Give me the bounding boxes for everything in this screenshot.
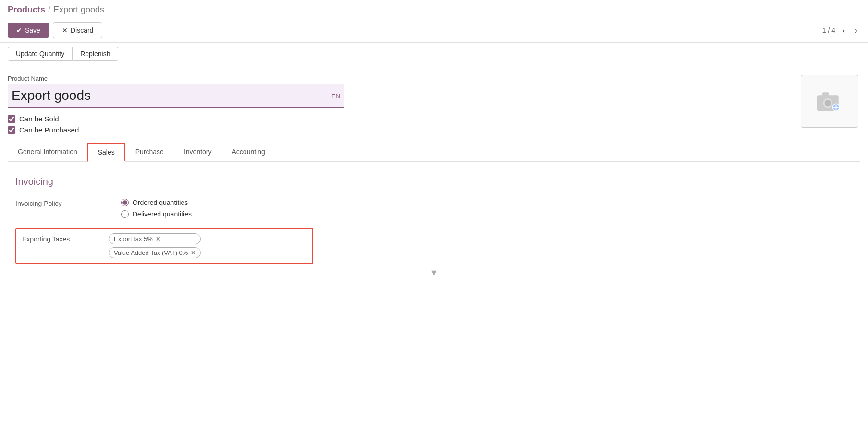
breadcrumb: Products / Export goods <box>0 0 868 18</box>
invoicing-radio-group: Ordered quantities Delivered quantities <box>121 199 853 218</box>
svg-rect-3 <box>822 92 829 96</box>
invoicing-section-title: Invoicing <box>15 176 853 187</box>
product-name-label: Product Name <box>8 75 860 82</box>
exporting-taxes-label: Exporting Taxes <box>22 233 109 243</box>
invoicing-ordered-label: Ordered quantities <box>133 199 188 206</box>
invoicing-policy-row: Invoicing Policy Ordered quantities Deli… <box>15 199 853 218</box>
can-be-sold-label: Can be Sold <box>19 115 59 123</box>
tax-tag-vat-0: Value Added Tax (VAT) 0% ✕ <box>109 247 201 258</box>
svg-point-2 <box>825 100 831 107</box>
save-button[interactable]: ✔ Save <box>8 23 49 38</box>
pager-text: 1 / 4 <box>822 26 835 34</box>
invoicing-ordered-radio[interactable] <box>121 199 129 206</box>
tax-tag-export-5-label: Export tax 5% <box>114 235 153 242</box>
tab-sales[interactable]: Sales <box>87 143 125 162</box>
invoicing-ordered-option: Ordered quantities <box>121 199 853 206</box>
language-badge: EN <box>328 92 344 101</box>
camera-icon <box>815 87 844 116</box>
breadcrumb-separator: / <box>48 5 50 15</box>
invoicing-delivered-option: Delivered quantities <box>121 210 853 218</box>
breadcrumb-parent[interactable]: Products <box>8 5 45 15</box>
invoicing-delivered-label: Delivered quantities <box>133 210 192 218</box>
action-bar: Update Quantity Replenish <box>0 43 868 65</box>
x-icon: ✕ <box>62 26 68 34</box>
scroll-indicator: ▼ <box>15 264 853 282</box>
tax-tag-export-5-remove[interactable]: ✕ <box>156 236 160 242</box>
can-be-purchased-label: Can be Purchased <box>19 126 79 134</box>
tax-tag-vat-0-remove[interactable]: ✕ <box>191 250 196 256</box>
pager-next-button[interactable]: › <box>852 24 860 36</box>
can-be-sold-row: Can be Sold <box>8 115 860 123</box>
invoicing-policy-label: Invoicing Policy <box>15 199 121 207</box>
invoicing-policy-options: Ordered quantities Delivered quantities <box>121 199 853 218</box>
breadcrumb-current: Export goods <box>53 5 104 15</box>
check-icon: ✔ <box>16 26 22 34</box>
sales-tab-content: Invoicing Invoicing Policy Ordered quant… <box>8 162 860 289</box>
product-name-input[interactable] <box>8 84 344 108</box>
exporting-taxes-row: Exporting Taxes Export tax 5% ✕ Value Ad… <box>15 228 313 264</box>
invoicing-delivered-radio[interactable] <box>121 210 129 218</box>
tab-purchase[interactable]: Purchase <box>125 143 174 162</box>
can-be-sold-checkbox[interactable] <box>8 115 15 123</box>
tax-tag-vat-0-label: Value Added Tax (VAT) 0% <box>114 249 188 256</box>
tab-accounting[interactable]: Accounting <box>222 143 275 162</box>
pager: 1 / 4 ‹ › <box>822 24 860 36</box>
toolbar: ✔ Save ✕ Discard 1 / 4 ‹ › <box>0 18 868 43</box>
taxes-tags-container: Export tax 5% ✕ Value Added Tax (VAT) 0%… <box>109 233 201 258</box>
update-quantity-button[interactable]: Update Quantity <box>8 47 73 61</box>
tab-general-information[interactable]: General Information <box>8 143 87 162</box>
tab-inventory[interactable]: Inventory <box>174 143 222 162</box>
can-be-purchased-checkbox[interactable] <box>8 126 15 134</box>
can-be-purchased-row: Can be Purchased <box>8 126 860 134</box>
product-image-placeholder[interactable] <box>801 75 858 128</box>
pager-prev-button[interactable]: ‹ <box>839 24 848 36</box>
tabs: General Information Sales Purchase Inven… <box>8 142 860 162</box>
tax-tag-export-5: Export tax 5% ✕ <box>109 233 201 244</box>
product-name-wrapper: EN <box>8 84 344 108</box>
form-area: Product Name EN Can be Sold Can be Purch… <box>0 65 868 299</box>
discard-button[interactable]: ✕ Discard <box>53 22 102 38</box>
replenish-button[interactable]: Replenish <box>73 47 118 61</box>
